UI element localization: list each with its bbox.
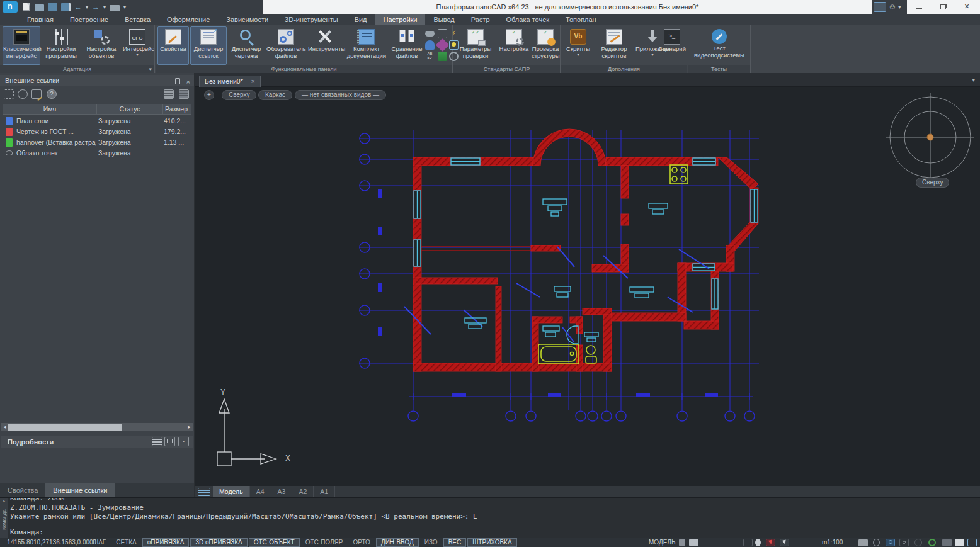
toggle-hatch[interactable]: ШТРИХОВКА: [467, 538, 516, 547]
scale-value[interactable]: m1:100: [822, 538, 843, 547]
save-as-icon[interactable]: [61, 3, 71, 11]
tab-glavnaya[interactable]: Главная: [19, 14, 62, 25]
app-logo[interactable]: n: [3, 1, 18, 13]
details-preview-icon[interactable]: [164, 437, 175, 446]
minimize-button[interactable]: [909, 0, 928, 14]
linked-views-button[interactable]: — нет связанных видов —: [295, 90, 386, 100]
materials-icon[interactable]: [436, 38, 449, 52]
tab-oformlenie[interactable]: Оформление: [159, 14, 218, 25]
restore-button[interactable]: [933, 0, 952, 14]
qat-customize-icon[interactable]: ▾: [123, 5, 126, 9]
view-direction-button[interactable]: Сверху: [222, 90, 256, 100]
spell-check-icon[interactable]: АВ а✓: [425, 52, 435, 61]
script-editor-button[interactable]: Редактор скриптов: [595, 26, 634, 65]
user-caret-icon[interactable]: ▾: [898, 5, 901, 9]
viewport-menu-button[interactable]: +: [204, 90, 214, 100]
attach-image-icon[interactable]: [18, 89, 28, 99]
toggle-dyn-input[interactable]: ДИН-ВВОД: [376, 538, 419, 547]
selection-preview-icon[interactable]: [743, 539, 753, 546]
layout-tab-model[interactable]: Модель: [213, 486, 250, 497]
ribbon-toggle-icon[interactable]: [874, 2, 886, 12]
save-icon[interactable]: [48, 3, 57, 11]
doc-set-button[interactable]: Комплект документации: [344, 26, 389, 65]
classic-interface-button[interactable]: Классический интерфейс: [3, 26, 40, 65]
toggle-lineweight[interactable]: ВЕС: [443, 538, 467, 547]
object-settings-button[interactable]: Настройка объектов: [82, 26, 121, 65]
video-test-button[interactable]: Тест видеоподсистемы: [689, 26, 749, 65]
toggle-snap[interactable]: ШАГ: [88, 538, 110, 547]
tab-topoplan[interactable]: Топоплан: [557, 14, 605, 25]
scroll-right-icon[interactable]: ▸: [186, 423, 193, 431]
tab-oblaka-tochek[interactable]: Облака точек: [498, 14, 558, 25]
visual-style-button[interactable]: Каркас: [258, 90, 292, 100]
toggle-grid[interactable]: СЕТКА: [111, 538, 141, 547]
zoom-window-icon[interactable]: [886, 539, 895, 546]
new-file-icon[interactable]: [21, 3, 31, 11]
column-name[interactable]: Имя: [3, 104, 96, 114]
close-button[interactable]: ×: [957, 0, 976, 14]
list-view-icon[interactable]: [179, 89, 189, 99]
structure-check-button[interactable]: ✓ Проверка структуры: [531, 26, 560, 65]
tab-vid[interactable]: Вид: [346, 14, 375, 25]
column-size[interactable]: Размер: [162, 104, 190, 114]
details-list-icon[interactable]: [152, 437, 162, 446]
panel-tab-properties[interactable]: Свойства: [0, 483, 45, 497]
user-smile-icon[interactable]: ☺: [888, 2, 896, 12]
tools-button[interactable]: Инструменты: [307, 26, 343, 65]
xref-manager-button[interactable]: ↗ Диспетчер ссылок: [190, 26, 227, 65]
scrollbar-thumb[interactable]: [8, 424, 122, 431]
zoom-extents-icon[interactable]: [899, 539, 909, 546]
command-close-icon[interactable]: ×: [0, 498, 8, 504]
details-collapse-button[interactable]: -: [178, 437, 189, 446]
undo-icon[interactable]: ←: [74, 3, 82, 11]
toggle-ortho[interactable]: ОРТО: [348, 538, 374, 547]
edit-xref-icon[interactable]: [31, 89, 42, 99]
orbit-icon[interactable]: [914, 539, 922, 546]
help-icon[interactable]: ?: [47, 89, 57, 99]
scenario-button[interactable]: >_ Сценарий: [657, 26, 687, 65]
toggle-osnap[interactable]: оПРИВЯЗКА: [142, 538, 190, 547]
pan-icon[interactable]: [858, 539, 868, 546]
cloud-icon[interactable]: [425, 31, 435, 37]
layout-tab-a2[interactable]: А2: [292, 486, 314, 497]
layout-tab-a3[interactable]: А3: [271, 486, 293, 497]
annotation-scale-icon[interactable]: [679, 539, 685, 546]
pin-icon[interactable]: [175, 78, 180, 84]
print-icon[interactable]: [110, 5, 120, 11]
toggle-otrack-polar[interactable]: ОТС-ПОЛЯР: [301, 538, 348, 547]
order-icon[interactable]: [794, 539, 803, 546]
tab-zavisimosti[interactable]: Зависимости: [218, 14, 276, 25]
toggle-iso[interactable]: ИЗО: [420, 538, 442, 547]
drawing-manager-button[interactable]: Диспетчер чертежа: [228, 26, 265, 65]
zoom-icon[interactable]: [873, 539, 880, 546]
tab-rastr[interactable]: Растр: [463, 14, 498, 25]
redo-icon[interactable]: →: [92, 3, 100, 11]
panel-tab-external-links[interactable]: Внешние ссылки: [45, 483, 115, 497]
nav-wheel-icon[interactable]: [928, 539, 936, 546]
attach-xref-icon[interactable]: [4, 89, 14, 99]
standards-setup-button[interactable]: ✓ Настройка: [497, 26, 531, 65]
undo-caret-icon[interactable]: ▾: [86, 5, 88, 9]
cursor-highlight-icon[interactable]: [766, 539, 775, 546]
lightbulb-icon[interactable]: [755, 539, 761, 546]
horizontal-scrollbar[interactable]: ◂ ▸: [1, 423, 193, 431]
fullscreen-icon[interactable]: [967, 539, 977, 546]
detail-view-icon[interactable]: [164, 89, 174, 99]
model-space-label[interactable]: МОДЕЛЬ: [649, 538, 675, 547]
toggle-otrack-object[interactable]: ОТС-ОБЪЕКТ: [249, 538, 300, 547]
dome-icon[interactable]: [425, 40, 435, 50]
interface-button[interactable]: CFG Интерфейс ▾: [122, 26, 152, 65]
document-close-icon[interactable]: ×: [251, 78, 255, 85]
drawing-viewport[interactable]: + Сверху Каркас — нет связанных видов — …: [195, 87, 980, 486]
tab-postroenie[interactable]: Построение: [62, 14, 117, 25]
group-label-adaptation[interactable]: Адаптация ▾: [0, 65, 154, 73]
command-side-tab[interactable]: × Команда: [0, 498, 8, 538]
details-header[interactable]: Подробности -: [1, 436, 193, 448]
close-panel-icon[interactable]: ×: [186, 78, 190, 86]
workspace-icon[interactable]: [955, 539, 964, 546]
file-compare-button[interactable]: Сравнение файлов: [390, 26, 423, 65]
tab-vstavka[interactable]: Вставка: [117, 14, 159, 25]
toggle-3d-osnap[interactable]: 3D оПРИВЯЗКА: [190, 538, 247, 547]
layout-list-icon[interactable]: [198, 488, 210, 496]
sheet-icon[interactable]: [689, 539, 698, 546]
